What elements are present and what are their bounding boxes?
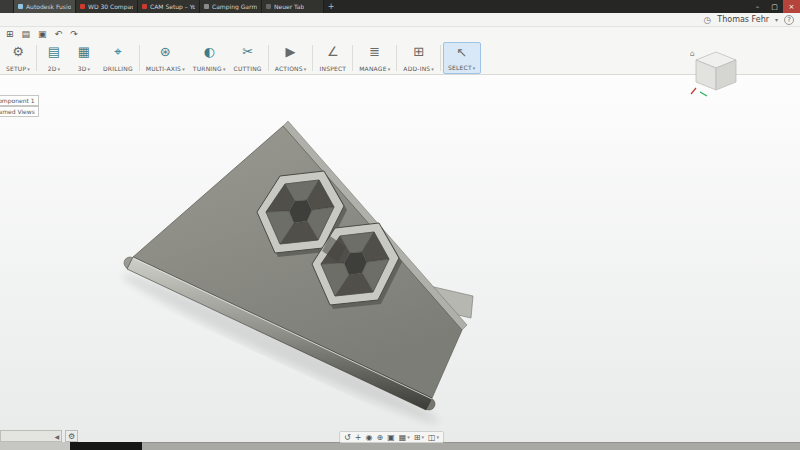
fit-view-icon[interactable]: ▣ <box>386 433 396 442</box>
actions-icon: ▶ <box>286 44 296 59</box>
ribbon-label: SELECT <box>448 64 472 71</box>
caret-icon: ▾ <box>431 66 434 72</box>
browser-tab-fusion[interactable]: Autodesk Fusion 360 <box>14 0 76 13</box>
drilling-icon: ⌖ <box>114 44 121 59</box>
viewcube-home-icon[interactable]: ⌂ <box>690 49 695 58</box>
ribbon-separator <box>440 45 441 71</box>
undo-icon[interactable]: ↶ <box>53 29 65 39</box>
ribbon-separator <box>36 45 37 71</box>
ribbon-label: 2D <box>48 65 57 72</box>
caret-icon: ▾ <box>58 66 61 72</box>
caret-icon: ▾ <box>27 66 30 72</box>
tab-label: Autodesk Fusion 360 <box>26 3 71 10</box>
add-ins-icon: ⊞ <box>413 44 424 59</box>
browser-item-component[interactable]: Component 1 <box>0 95 39 106</box>
app-bar: ◷ Thomas Fehr ▾ ? <box>0 13 800 27</box>
ribbon-3d[interactable]: ▦ 3D▾ <box>69 42 99 74</box>
model-svg <box>0 75 800 442</box>
inspect-icon: ∠ <box>327 44 339 59</box>
close-button[interactable]: × <box>783 0 800 13</box>
save-icon[interactable]: ▣ <box>36 29 49 39</box>
ribbon-inspect[interactable]: ∠ INSPECT <box>315 42 350 74</box>
quick-access-toolbar: ⊞ ▤ ▣ ↶ ↷ <box>0 27 800 41</box>
tab-label: Neuer Tab <box>274 3 304 10</box>
ribbon-select[interactable]: ↖ SELECT▾ <box>443 42 481 74</box>
manage-icon: ≣ <box>369 44 380 59</box>
redo-icon[interactable]: ↷ <box>68 29 80 39</box>
orbit-icon[interactable]: ↺ <box>343 433 352 442</box>
ribbon-label: MULTI-AXIS <box>146 65 181 72</box>
ribbon-multi-axis[interactable]: ⊛ MULTI-AXIS▾ <box>142 42 189 74</box>
data-panel-icon[interactable]: ⊞ <box>4 29 16 39</box>
ribbon-cutting[interactable]: ✂ CUTTING <box>230 42 266 74</box>
tab-favicon <box>204 4 209 9</box>
caret-icon: ▾ <box>88 66 91 72</box>
grid-settings-icon[interactable]: ⊞▾ <box>413 433 425 442</box>
select-icon: ↖ <box>456 45 467 60</box>
ribbon-add-ins[interactable]: ⊞ ADD-INS▾ <box>399 42 438 74</box>
ribbon-label: SETUP <box>6 65 26 72</box>
setup-icon: ⚙ <box>12 44 24 59</box>
taskbar-strip <box>0 442 800 450</box>
look-at-icon[interactable]: ◉ <box>364 433 373 442</box>
help-button[interactable]: ? <box>784 15 794 25</box>
axis-x <box>691 88 696 94</box>
ribbon-label: DRILLING <box>103 65 133 72</box>
turning-icon: ◐ <box>204 44 215 59</box>
minimize-button[interactable]: – <box>749 0 766 13</box>
ribbon-separator <box>352 45 353 71</box>
ribbon-separator <box>396 45 397 71</box>
timeline-settings-button[interactable]: ⚙ <box>65 430 78 442</box>
viewport-canvas[interactable] <box>0 75 800 442</box>
navigation-bar: ↺ + ◉ ⊕ ▣ ▦▾ ⊞▾ ◫▾ <box>339 431 444 443</box>
ribbon-2d[interactable]: ▤ 2D▾ <box>39 42 69 74</box>
ribbon-label: TURNING <box>193 65 222 72</box>
browser-tab[interactable]: CAM Setup – You… <box>138 0 200 13</box>
tabstrip-spacer <box>338 0 749 13</box>
taskbar-segment <box>142 442 800 450</box>
taskbar-app-segment[interactable] <box>70 442 142 450</box>
tab-favicon <box>266 4 271 9</box>
ribbon-separator <box>139 45 140 71</box>
fusion360-window: Autodesk Fusion 360 WD 30 Compact Ra… CA… <box>0 0 800 450</box>
user-name[interactable]: Thomas Fehr <box>717 15 769 24</box>
browser-app-icon[interactable] <box>0 0 14 13</box>
caret-icon: ▾ <box>223 66 226 72</box>
ribbon-drilling[interactable]: ⌖ DRILLING <box>99 42 137 74</box>
browser-tab[interactable]: WD 30 Compact Ra… <box>76 0 138 13</box>
ribbon-setup[interactable]: ⚙ SETUP▾ <box>2 42 34 74</box>
ribbon-turning[interactable]: ◐ TURNING▾ <box>189 42 230 74</box>
ribbon-label: 3D <box>78 65 87 72</box>
axis-y <box>700 92 707 96</box>
collapse-icon: ◀ <box>54 433 59 440</box>
viewports-icon[interactable]: ◫▾ <box>427 433 440 442</box>
tab-label: CAM Setup – You… <box>150 3 195 10</box>
tab-favicon <box>142 4 147 9</box>
user-menu-caret-icon: ▾ <box>775 16 778 23</box>
ribbon-label: INSPECT <box>319 65 346 72</box>
pan-icon[interactable]: + <box>354 433 363 442</box>
view-cube[interactable]: ⌂ <box>688 46 744 102</box>
ribbon-manage[interactable]: ≣ MANAGE▾ <box>355 42 394 74</box>
ribbon-separator <box>268 45 269 71</box>
ribbon-label: ACTIONS <box>275 65 303 72</box>
new-tab-button[interactable]: + <box>324 0 338 13</box>
tab-favicon <box>18 4 23 9</box>
tab-label: WD 30 Compact Ra… <box>88 3 133 10</box>
ribbon-label: MANAGE <box>359 65 386 72</box>
timeline-collapsed-bar[interactable]: ◀ <box>0 430 62 442</box>
job-status-icon[interactable]: ◷ <box>703 15 711 25</box>
caret-icon: ▾ <box>182 66 185 72</box>
browser-tab[interactable]: Neuer Tab <box>262 0 324 13</box>
ribbon-label: CUTTING <box>234 65 262 72</box>
caret-icon: ▾ <box>473 65 476 71</box>
browser-item-named-views[interactable]: Named Views <box>0 106 39 117</box>
zoom-icon[interactable]: ⊕ <box>375 433 384 442</box>
ribbon-actions[interactable]: ▶ ACTIONS▾ <box>271 42 311 74</box>
maximize-button[interactable]: ▢ <box>766 0 783 13</box>
display-settings-icon[interactable]: ▦▾ <box>398 433 411 442</box>
file-menu-icon[interactable]: ▤ <box>20 29 33 39</box>
caret-icon: ▾ <box>388 66 391 72</box>
browser-tab-strip: Autodesk Fusion 360 WD 30 Compact Ra… CA… <box>0 0 800 13</box>
browser-tab[interactable]: Camping Garmisc… <box>200 0 262 13</box>
